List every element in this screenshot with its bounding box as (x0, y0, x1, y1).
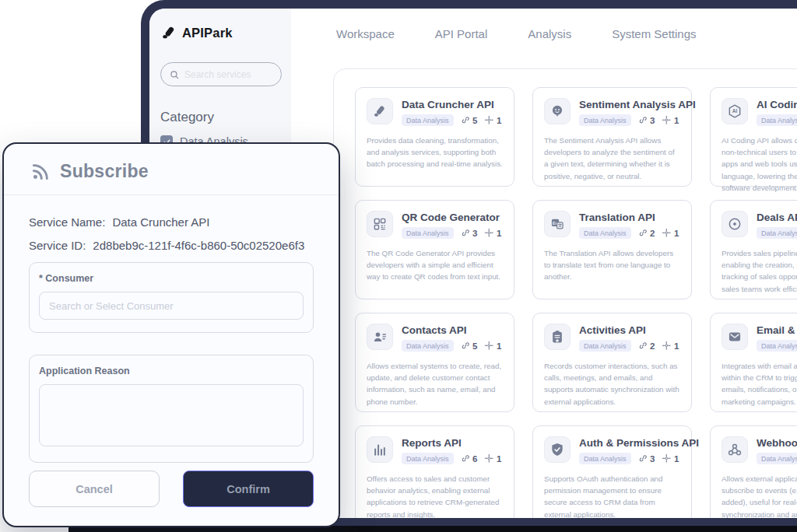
api-card-webhook[interactable]: Webhook API Data Analysis Allows externa… (710, 425, 797, 518)
category-tag: Data Analysis (757, 114, 797, 126)
api-card-description: Provides sales pipeline management, enab… (722, 247, 797, 295)
screenshot-canvas: APIPark Category Data Analysis Workspace (0, 0, 797, 532)
link-icon (461, 341, 471, 351)
link-icon (638, 453, 648, 464)
services-panel: Data Cruncher API Data Analysis 5 1 Prov… (333, 68, 797, 518)
auth-shield-icon (544, 436, 571, 463)
link-icon (461, 228, 471, 238)
api-cards-grid: Data Cruncher API Data Analysis 5 1 Prov… (334, 69, 797, 518)
ai-coding-icon (722, 98, 748, 124)
api-card-description: Allows external applications to subscrib… (722, 473, 797, 518)
api-card-title: Auth & Permissions API (579, 437, 699, 449)
api-card-title: Reports API (402, 437, 501, 449)
endpoint-count: 2 (638, 228, 655, 238)
service-id-value: 2d8beb9c-121f-4f6c-b860-50c02520e6f3 (93, 239, 304, 252)
api-card-title: Deals API (757, 212, 797, 223)
deploy-count: 1 (484, 341, 501, 351)
api-card-contacts[interactable]: Contacts API Data Analysis 5 1 Allows ex… (355, 313, 514, 412)
application-reason-textarea[interactable] (39, 384, 304, 446)
deploy-icon (484, 115, 494, 125)
api-card-data-cruncher[interactable]: Data Cruncher API Data Analysis 5 1 Prov… (355, 87, 514, 187)
service-id-label: Service ID: (29, 239, 86, 252)
deploy-icon (662, 115, 672, 125)
cancel-button[interactable]: Cancel (29, 471, 160, 507)
top-nav: Workspace API Portal Analysis System Set… (336, 27, 697, 40)
application-reason-fieldbox: Application Reason (29, 355, 314, 463)
api-card-description: Records customer interactions, such as c… (544, 360, 680, 408)
api-card-description: AI Coding API allows developers and non-… (722, 135, 797, 194)
main-content: Workspace API Portal Analysis System Set… (291, 9, 797, 518)
api-card-deals[interactable]: Deals API Data Analysis Provides sales p… (710, 200, 797, 299)
endpoint-count: 5 (461, 341, 478, 351)
api-card-activities[interactable]: Activities API Data Analysis 2 1 Records… (532, 313, 692, 412)
api-card-description: Integrates with email and SMS services w… (722, 360, 797, 408)
api-card-title: Contacts API (402, 324, 501, 336)
api-card-qr-code-generator[interactable]: QR Code Generator Data Analysis 3 1 The … (355, 200, 514, 299)
nav-item-workspace[interactable]: Workspace (336, 27, 395, 40)
activities-icon (544, 324, 571, 350)
nav-item-system-settings[interactable]: System Settings (612, 27, 696, 40)
sidebar-search[interactable] (160, 62, 282, 86)
endpoint-count: 2 (638, 341, 655, 351)
api-card-description: The Sentiment Analysis API allows develo… (544, 135, 680, 182)
deploy-icon (662, 453, 672, 464)
deploy-icon (484, 228, 494, 238)
service-name-row: Service Name:Data Cruncher API (29, 215, 314, 229)
link-icon (461, 115, 471, 125)
confirm-button[interactable]: Confirm (183, 471, 314, 507)
data-cruncher-icon (367, 98, 393, 124)
api-card-sentiment-analysis[interactable]: Sentiment Analysis API Data Analysis 3 1… (532, 87, 692, 187)
api-card-email-messaging[interactable]: Email & Messaging Data Analysis Integrat… (710, 313, 797, 412)
service-name-label: Service Name: (29, 215, 105, 229)
category-tag: Data Analysis (579, 340, 631, 352)
deploy-icon (484, 453, 494, 464)
service-name-value: Data Cruncher API (112, 215, 209, 229)
category-tag: Data Analysis (402, 453, 454, 464)
api-card-title: Translation API (579, 212, 679, 223)
api-card-translation[interactable]: Translation API Data Analysis 2 1 The Tr… (532, 200, 692, 299)
endpoint-count: 3 (638, 115, 655, 125)
link-icon (638, 115, 648, 125)
api-card-title: Webhook API (757, 437, 797, 449)
deploy-icon (662, 341, 672, 351)
api-card-reports[interactable]: Reports API Data Analysis 6 1 Offers acc… (355, 425, 514, 518)
category-tag: Data Analysis (757, 340, 797, 352)
nav-item-api-portal[interactable]: API Portal (435, 27, 488, 40)
category-tag: Data Analysis (757, 227, 797, 239)
deploy-count: 1 (484, 115, 501, 125)
reports-icon (367, 436, 393, 463)
api-card-auth-permissions[interactable]: Auth & Permissions API Data Analysis 3 1… (532, 425, 692, 518)
deploy-count: 1 (662, 453, 679, 464)
email-icon (722, 324, 748, 350)
category-tag: Data Analysis (402, 114, 454, 126)
sidebar-search-input[interactable] (184, 69, 273, 80)
link-icon (638, 341, 648, 351)
link-icon (461, 453, 471, 464)
sentiment-icon (544, 98, 571, 124)
category-tag: Data Analysis (402, 227, 454, 239)
modal-button-row: Cancel Confirm (29, 471, 314, 507)
deploy-count: 1 (484, 228, 501, 238)
translation-icon (544, 211, 571, 237)
api-card-title: Sentiment Analysis API (579, 99, 696, 110)
qr-code-icon (367, 211, 393, 237)
api-card-title: Activities API (579, 324, 679, 336)
category-tag: Data Analysis (579, 453, 631, 464)
application-reason-label: Application Reason (39, 366, 304, 376)
api-card-ai-coding[interactable]: AI Coding API Data Analysis AI Coding AP… (710, 87, 797, 187)
nav-item-analysis[interactable]: Analysis (528, 27, 571, 40)
endpoint-count: 3 (461, 228, 478, 238)
modal-title: Subscribe (60, 161, 149, 182)
api-card-description: The QR Code Generator API provides devel… (367, 247, 503, 283)
service-id-row: Service ID:2d8beb9c-121f-4f6c-b860-50c02… (29, 239, 314, 252)
consumer-select-input[interactable] (39, 292, 304, 320)
category-tag: Data Analysis (757, 453, 797, 464)
deploy-count: 1 (662, 341, 679, 351)
logo: APIPark (160, 24, 282, 41)
deploy-count: 1 (662, 115, 679, 125)
subscribe-rss-icon (30, 162, 51, 182)
consumer-fieldbox: * Consumer (29, 262, 314, 333)
deploy-icon (484, 341, 494, 351)
subscribe-modal-header: Subscribe (4, 144, 339, 195)
apipark-logo-icon (160, 24, 177, 41)
